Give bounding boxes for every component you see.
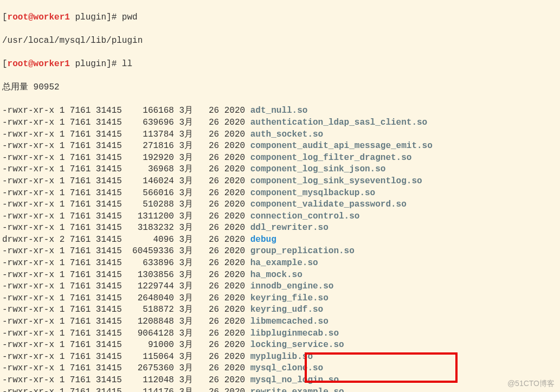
list-item: -rwxr-xr-x 1 7161 31415 114176 3月 26 202… <box>2 387 558 392</box>
file-name: rewrite_example.so <box>250 387 344 392</box>
total-line: 总用量 90952 <box>2 82 558 94</box>
list-item: -rwxr-xr-x 1 7161 31415 271816 3月 26 202… <box>2 140 558 152</box>
list-item: -rwxr-xr-x 1 7161 31415 3183232 3月 26 20… <box>2 222 558 234</box>
list-item: -rwxr-xr-x 1 7161 31415 9064128 3月 26 20… <box>2 328 558 340</box>
file-name: innodb_engine.so <box>250 281 334 291</box>
list-item: -rwxr-xr-x 1 7161 31415 112048 3月 26 202… <box>2 375 558 387</box>
list-item: -rwxr-xr-x 1 7161 31415 2675360 3月 26 20… <box>2 363 558 375</box>
list-item: -rwxr-xr-x 1 7161 31415 166168 3月 26 202… <box>2 105 558 117</box>
file-name: mysql_no_login.so <box>250 375 339 385</box>
file-name: keyring_udf.so <box>250 305 323 314</box>
list-item: -rwxr-xr-x 1 7161 31415 566016 3月 26 202… <box>2 188 558 200</box>
list-item: -rwxr-xr-x 1 7161 31415 633896 3月 26 202… <box>2 258 558 269</box>
watermark: @51CTO博客 <box>507 378 555 389</box>
list-item: -rwxr-xr-x 1 7161 31415 192920 3月 26 202… <box>2 152 558 164</box>
file-name: debug <box>250 235 276 245</box>
file-name: component_validate_password.so <box>250 200 407 209</box>
list-item: -rwxr-xr-x 1 7161 31415 639696 3月 26 202… <box>2 117 558 129</box>
file-name: libmemcached.so <box>250 317 329 326</box>
list-item: -rwxr-xr-x 1 7161 31415 1229744 3月 26 20… <box>2 281 558 293</box>
list-item: -rwxr-xr-x 1 7161 31415 1303856 3月 26 20… <box>2 269 558 281</box>
prompt-line-2: [root@worker1 plugin]# ll <box>2 59 558 70</box>
file-listing: -rwxr-xr-x 1 7161 31415 166168 3月 26 202… <box>2 105 558 392</box>
terminal-output[interactable]: [root@worker1 plugin]# pwd /usr/local/my… <box>0 0 560 392</box>
list-item: -rwxr-xr-x 1 7161 31415 1311200 3月 26 20… <box>2 211 558 223</box>
file-name: component_audit_api_message_emit.so <box>250 141 433 151</box>
list-item: drwxr-xr-x 2 7161 31415 4096 3月 26 2020 … <box>2 234 558 246</box>
file-name: auth_socket.so <box>250 130 323 139</box>
file-name: locking_service.so <box>250 340 344 350</box>
list-item: -rwxr-xr-x 1 7161 31415 518872 3月 26 202… <box>2 304 558 316</box>
list-item: -rwxr-xr-x 1 7161 31415 91000 3月 26 2020… <box>2 339 558 351</box>
file-name: ha_example.so <box>250 258 318 268</box>
file-name: component_log_sink_syseventlog.so <box>250 176 422 186</box>
file-name: ddl_rewriter.so <box>250 223 329 233</box>
file-name: component_log_filter_dragnet.so <box>250 153 412 163</box>
file-name: adt_null.so <box>250 106 308 115</box>
file-name: ha_mock.so <box>250 270 302 280</box>
list-item: -rwxr-xr-x 1 7161 31415 146024 3月 26 202… <box>2 176 558 188</box>
file-name: authentication_ldap_sasl_client.so <box>250 118 427 127</box>
list-item: -rwxr-xr-x 1 7161 31415 115064 3月 26 202… <box>2 351 558 363</box>
list-item: -rwxr-xr-x 1 7161 31415 510288 3月 26 202… <box>2 199 558 211</box>
file-name: keyring_file.so <box>250 293 329 303</box>
file-name: libpluginmecab.so <box>250 329 339 338</box>
list-item: -rwxr-xr-x 1 7161 31415 2648040 3月 26 20… <box>2 293 558 305</box>
list-item: -rwxr-xr-x 1 7161 31415 36968 3月 26 2020… <box>2 164 558 176</box>
file-name: mypluglib.so <box>250 352 313 362</box>
file-name: mysql_clone.so <box>250 363 323 373</box>
list-item: -rwxr-xr-x 1 7161 31415 1208848 3月 26 20… <box>2 316 558 328</box>
prompt-line-1: [root@worker1 plugin]# pwd <box>2 12 558 24</box>
list-item: -rwxr-xr-x 1 7161 31415 60459336 3月 26 2… <box>2 246 558 258</box>
file-name: component_log_sink_json.so <box>250 164 386 174</box>
file-name: connection_control.so <box>250 211 360 221</box>
file-name: component_mysqlbackup.so <box>250 188 375 198</box>
list-item: -rwxr-xr-x 1 7161 31415 113784 3月 26 202… <box>2 129 558 141</box>
pwd-output: /usr/local/mysql/lib/plugin <box>2 35 558 47</box>
file-name: group_replication.so <box>250 246 355 256</box>
